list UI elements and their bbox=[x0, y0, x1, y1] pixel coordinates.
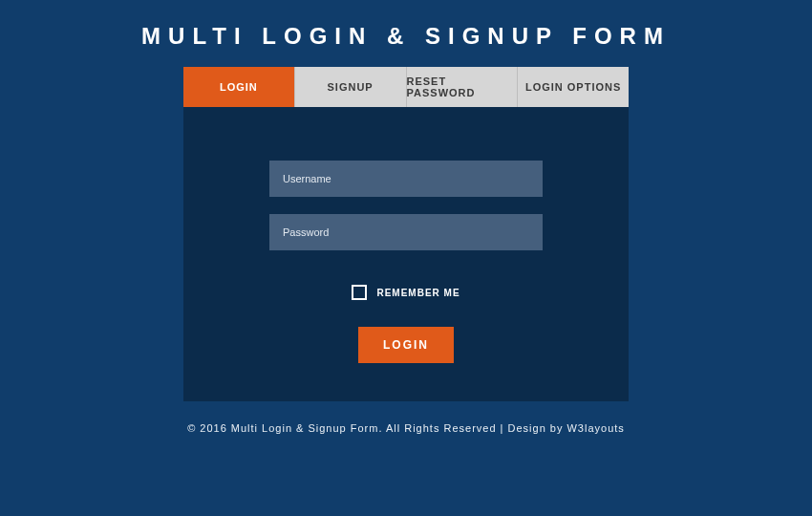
username-input[interactable] bbox=[269, 161, 543, 197]
page-title: MULTI LOGIN & SIGNUP FORM bbox=[0, 0, 812, 67]
remember-row: REMEMBER ME bbox=[269, 285, 543, 300]
remember-checkbox[interactable] bbox=[352, 285, 367, 300]
tab-reset-password[interactable]: RESET PASSWORD bbox=[407, 67, 519, 107]
form-body: REMEMBER ME LOGIN bbox=[183, 107, 629, 401]
remember-label: REMEMBER ME bbox=[376, 288, 459, 298]
footer-text: © 2016 Multi Login & Signup Form. All Ri… bbox=[0, 401, 812, 455]
password-input[interactable] bbox=[269, 214, 543, 250]
form-card: LOGIN SIGNUP RESET PASSWORD LOGIN OPTION… bbox=[183, 67, 629, 401]
login-button[interactable]: LOGIN bbox=[358, 327, 454, 363]
tab-login[interactable]: LOGIN bbox=[183, 67, 295, 107]
tab-bar: LOGIN SIGNUP RESET PASSWORD LOGIN OPTION… bbox=[183, 67, 629, 107]
tab-signup[interactable]: SIGNUP bbox=[295, 67, 407, 107]
tab-login-options[interactable]: LOGIN OPTIONS bbox=[518, 67, 629, 107]
